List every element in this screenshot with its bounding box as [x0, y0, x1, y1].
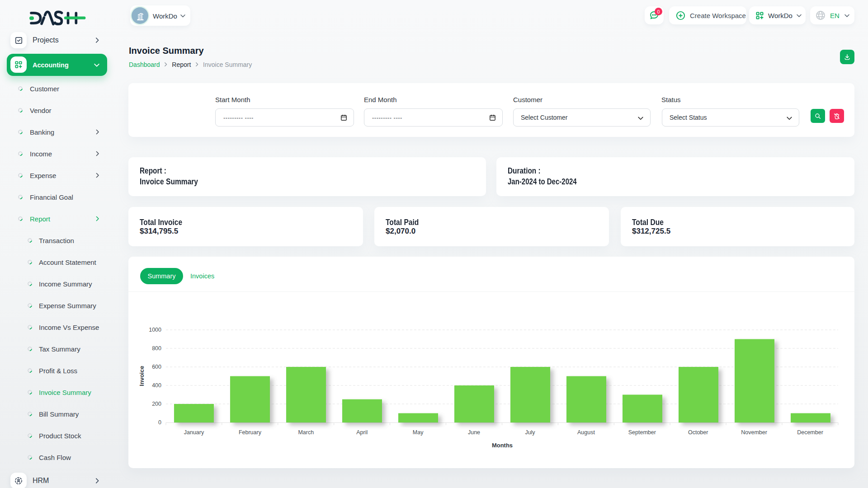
svg-text:May: May	[413, 429, 424, 436]
svg-text:800: 800	[152, 345, 161, 352]
svg-text:200: 200	[152, 401, 161, 407]
svg-text:January: January	[184, 429, 204, 436]
svg-text:Invoice: Invoice	[138, 366, 145, 386]
svg-text:1000: 1000	[149, 327, 161, 333]
svg-text:November: November	[741, 429, 767, 436]
svg-text:0: 0	[158, 419, 161, 426]
svg-text:February: February	[239, 429, 262, 436]
svg-text:July: July	[525, 429, 535, 436]
svg-text:March: March	[298, 429, 314, 436]
svg-text:August: August	[577, 429, 595, 436]
svg-text:September: September	[628, 429, 656, 436]
svg-text:June: June	[468, 429, 480, 436]
svg-text:Months: Months	[492, 442, 513, 449]
svg-text:April: April	[356, 429, 368, 436]
svg-text:December: December	[797, 429, 823, 436]
svg-text:600: 600	[152, 364, 161, 370]
svg-text:October: October	[688, 429, 708, 436]
svg-text:400: 400	[152, 382, 161, 389]
